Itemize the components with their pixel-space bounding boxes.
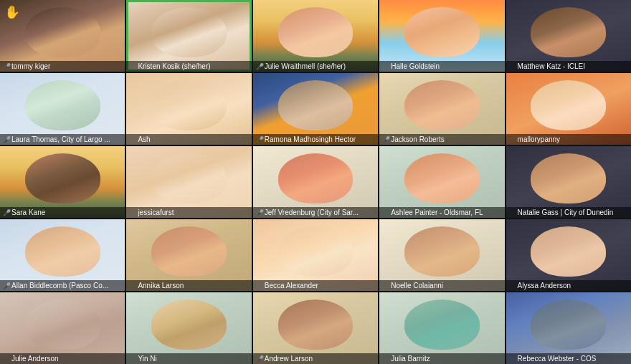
participant-name-2: Kristen Kosik (she/her)	[126, 61, 251, 72]
participant-cell-13[interactable]: 🎤Jeff Vredenburg (City of Sar...	[253, 146, 378, 218]
participant-cell-18[interactable]: Becca Alexander	[253, 219, 378, 291]
avatar-4	[404, 7, 480, 57]
avatar-19	[404, 226, 480, 277]
participant-name-13: 🎤Jeff Vredenburg (City of Sar...	[253, 207, 378, 218]
participant-cell-23[interactable]: 🎤Andrew Larson	[253, 292, 378, 364]
participant-cell-8[interactable]: 🎤Ramona Madhosingh Hector	[253, 73, 378, 145]
participant-name-22: Yin Ni	[126, 353, 251, 364]
avatar-17	[151, 226, 227, 277]
participant-name-text-23: Andrew Larson	[265, 355, 313, 363]
participant-name-9: 🎤Jackson Roberts	[379, 134, 504, 145]
participant-name-16: 🎤Allan Biddlecomb (Pasco Co...	[0, 280, 125, 291]
participant-cell-5[interactable]: Matthew Katz - ICLEI	[506, 0, 631, 72]
participant-cell-12[interactable]: jessicafurst	[126, 146, 251, 218]
participant-cell-11[interactable]: 🎤Sara Kane	[0, 146, 125, 218]
participant-name-text-21: Julie Anderson	[11, 355, 59, 363]
participant-name-text-15: Natalie Gass | City of Dunedin	[518, 209, 614, 216]
avatar-13	[278, 153, 354, 203]
participant-name-17: Annika Larson	[126, 280, 251, 291]
participant-cell-9[interactable]: 🎤Jackson Roberts	[379, 73, 504, 145]
hand-raised-icon-1: ✋	[4, 4, 20, 20]
participant-cell-22[interactable]: Yin Ni	[126, 292, 251, 364]
participant-cell-10[interactable]: mallorypanny	[506, 73, 631, 145]
participant-name-7: Ash	[126, 134, 251, 145]
participant-name-text-22: Yin Ni	[138, 355, 156, 363]
participant-cell-16[interactable]: 🎤Allan Biddlecomb (Pasco Co...	[0, 219, 125, 291]
participant-name-3: 🎤Julie Wraithmell (she/her)	[253, 61, 378, 72]
avatar-12	[151, 153, 227, 203]
mic-muted-icon-3: 🎤	[256, 64, 262, 70]
avatar-20	[531, 226, 606, 277]
avatar-16	[25, 226, 100, 277]
participant-name-11: 🎤Sara Kane	[0, 207, 125, 218]
participant-name-23: 🎤Andrew Larson	[253, 353, 378, 364]
participant-name-18: Becca Alexander	[253, 280, 378, 291]
avatar-5	[531, 7, 606, 57]
participant-cell-1[interactable]: ✋🎤tommy kiger	[0, 0, 125, 72]
mic-muted-icon-11: 🎤	[3, 210, 9, 216]
participant-cell-17[interactable]: Annika Larson	[126, 219, 251, 291]
participant-name-5: Matthew Katz - ICLEI	[506, 61, 631, 72]
participant-cell-6[interactable]: 🎤Laura Thomas, City of Largo ...	[0, 73, 125, 145]
participant-name-text-17: Annika Larson	[138, 282, 184, 289]
participant-name-text-18: Becca Alexander	[265, 282, 318, 289]
avatar-14	[404, 153, 480, 203]
avatar-11	[25, 153, 100, 203]
participant-name-text-19: Noelle Colaianni	[391, 282, 443, 289]
participant-name-1: 🎤tommy kiger	[0, 61, 125, 72]
participant-cell-24[interactable]: Julia Barnitz	[379, 292, 504, 364]
participant-name-8: 🎤Ramona Madhosingh Hector	[253, 134, 378, 145]
participant-name-text-5: Matthew Katz - ICLEI	[518, 62, 585, 70]
participant-name-text-13: Jeff Vredenburg (City of Sar...	[265, 209, 359, 216]
avatar-8	[278, 80, 354, 130]
participant-name-text-16: Allan Biddlecomb (Pasco Co...	[11, 282, 108, 289]
avatar-1	[25, 7, 100, 57]
participant-name-text-24: Julia Barnitz	[391, 355, 430, 363]
participant-cell-25[interactable]: Rebecca Webster - COS	[506, 292, 631, 364]
avatar-21	[25, 300, 100, 350]
participant-cell-14[interactable]: Ashlee Painter - Oldsmar, FL	[379, 146, 504, 218]
avatar-6	[25, 80, 100, 130]
mic-muted-icon-9: 🎤	[382, 137, 389, 143]
participant-name-text-1: tommy kiger	[11, 62, 50, 70]
participant-name-text-10: mallorypanny	[518, 135, 560, 143]
participant-cell-15[interactable]: Natalie Gass | City of Dunedin	[506, 146, 631, 218]
mic-muted-icon-13: 🎤	[256, 210, 262, 216]
participant-name-text-7: Ash	[138, 135, 150, 143]
participant-name-10: mallorypanny	[506, 134, 631, 145]
avatar-23	[278, 300, 354, 350]
avatar-24	[404, 300, 480, 350]
participant-name-25: Rebecca Webster - COS	[506, 353, 631, 364]
avatar-10	[531, 80, 606, 130]
participant-name-14: Ashlee Painter - Oldsmar, FL	[379, 207, 504, 218]
participant-name-24: Julia Barnitz	[379, 353, 504, 364]
participant-name-15: Natalie Gass | City of Dunedin	[506, 207, 631, 218]
mic-muted-icon-8: 🎤	[256, 137, 262, 143]
participant-name-19: Noelle Colaianni	[379, 280, 504, 291]
avatar-22	[151, 300, 227, 350]
avatar-3	[278, 7, 354, 57]
participant-cell-2[interactable]: Kristen Kosik (she/her)	[126, 0, 251, 72]
participant-cell-20[interactable]: Alyssa Anderson	[506, 219, 631, 291]
participant-name-text-14: Ashlee Painter - Oldsmar, FL	[391, 209, 483, 216]
participant-cell-3[interactable]: 🎤Julie Wraithmell (she/her)	[253, 0, 378, 72]
participant-name-text-20: Alyssa Anderson	[518, 282, 571, 289]
participant-name-6: 🎤Laura Thomas, City of Largo ...	[0, 134, 125, 145]
participant-cell-19[interactable]: Noelle Colaianni	[379, 219, 504, 291]
participant-name-21: Julie Anderson	[0, 353, 125, 364]
participant-name-text-6: Laura Thomas, City of Largo ...	[11, 135, 110, 143]
mic-muted-icon-16: 🎤	[3, 283, 9, 289]
participant-name-4: Halle Goldstein	[379, 61, 504, 72]
participant-name-text-4: Halle Goldstein	[391, 62, 440, 70]
mic-muted-icon-23: 🎤	[256, 356, 262, 363]
mic-muted-icon-6: 🎤	[3, 137, 9, 143]
video-grid: ✋🎤tommy kigerKristen Kosik (she/her)🎤Jul…	[0, 0, 631, 364]
avatar-7	[151, 80, 227, 130]
avatar-18	[278, 226, 354, 277]
avatar-15	[531, 153, 606, 203]
participant-name-text-9: Jackson Roberts	[391, 135, 444, 143]
participant-cell-21[interactable]: Julie Anderson	[0, 292, 125, 364]
participant-name-text-3: Julie Wraithmell (she/her)	[265, 62, 346, 70]
participant-cell-7[interactable]: Ash	[126, 73, 251, 145]
participant-cell-4[interactable]: Halle Goldstein	[379, 0, 504, 72]
